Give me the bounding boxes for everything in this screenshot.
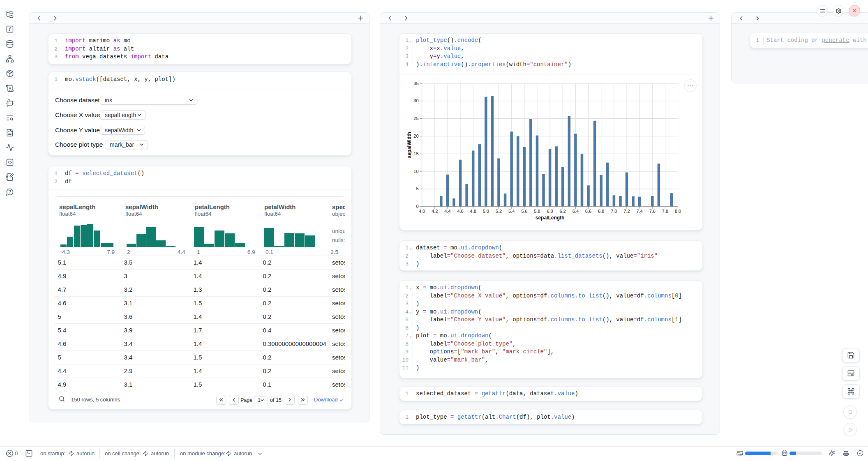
svg-text:4.2: 4.2: [432, 209, 438, 214]
svg-text:5.2: 5.2: [496, 209, 502, 214]
svg-text:6.2: 6.2: [560, 209, 566, 214]
svg-text:5.8: 5.8: [534, 209, 540, 214]
svg-text:7.8: 7.8: [662, 209, 668, 214]
svg-text:7.2: 7.2: [623, 209, 630, 214]
svg-text:6.4: 6.4: [573, 209, 579, 214]
svg-text:6.6: 6.6: [585, 209, 591, 214]
svg-text:sepalWidth: sepalWidth: [406, 132, 412, 158]
svg-text:7.4: 7.4: [637, 209, 643, 214]
svg-text:30: 30: [413, 98, 418, 103]
svg-text:7.6: 7.6: [649, 209, 656, 214]
svg-text:15: 15: [413, 151, 418, 156]
svg-text:8.0: 8.0: [675, 209, 681, 214]
svg-text:4.4: 4.4: [444, 209, 450, 214]
svg-text:5.4: 5.4: [508, 209, 515, 214]
svg-text:4.8: 4.8: [470, 209, 476, 214]
svg-text:6.8: 6.8: [598, 209, 604, 214]
svg-text:5.0: 5.0: [483, 209, 489, 214]
svg-text:7.0: 7.0: [611, 209, 617, 214]
svg-text:5: 5: [416, 186, 418, 191]
svg-text:20: 20: [413, 134, 418, 138]
svg-text:0: 0: [416, 204, 418, 209]
svg-text:4.6: 4.6: [457, 209, 463, 214]
svg-text:4.0: 4.0: [419, 209, 425, 214]
svg-text:10: 10: [413, 169, 418, 174]
svg-text:5.6: 5.6: [521, 209, 527, 214]
svg-text:sepalLength: sepalLength: [536, 215, 565, 221]
svg-text:6.0: 6.0: [547, 209, 553, 214]
svg-text:25: 25: [413, 116, 418, 121]
svg-text:35: 35: [413, 81, 418, 86]
